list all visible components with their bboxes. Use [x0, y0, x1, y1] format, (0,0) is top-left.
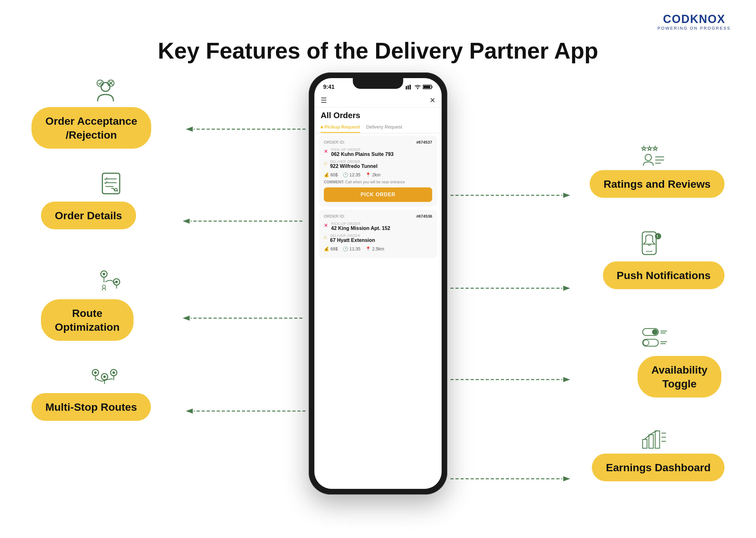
close-icon: ✕: [430, 96, 435, 105]
app-header: ☰ ✕: [314, 94, 442, 107]
ratings-icon: ☆☆☆: [639, 141, 668, 171]
arrow-order-acceptance: [186, 126, 305, 132]
deliver-icon-1: ⌂: [324, 160, 327, 166]
order-price-1: 💰 60$: [324, 172, 338, 177]
arrow-multi-stop: [186, 408, 305, 414]
deliver-icon-2: ⌂: [324, 234, 327, 240]
tab-dot: [321, 126, 323, 129]
order-card-1: ORDER ID: #674537 ✕ PICK-UP ORDER 062 Ku…: [319, 135, 437, 206]
phone-screen: 9:41 ☰ ✕ All Orders Pickup Request Deli: [314, 78, 442, 489]
page-title: Key Features of the Delivery Partner App: [0, 38, 756, 64]
deliver-location-1: ⌂ DELIVER ORDER 922 Wilfredo Tunnel: [324, 160, 432, 169]
deliver-addr-1: 922 Wilfredo Tunnel: [330, 163, 378, 169]
svg-rect-63: [423, 86, 430, 88]
badge-order-details: Order Details: [41, 202, 136, 229]
badge-push-notifications: Push Notifications: [603, 261, 725, 289]
pickup-label-1: PICK-UP ORDER: [331, 148, 394, 151]
svg-rect-36: [643, 439, 647, 448]
svg-point-20: [645, 154, 651, 161]
tab-delivery[interactable]: Delivery Request: [366, 122, 402, 133]
svg-rect-59: [407, 85, 409, 89]
status-icons: [406, 84, 433, 89]
order-dist-2: 📍 2.5km: [365, 246, 384, 251]
order-id-label-2: ORDER ID:: [324, 214, 345, 219]
svg-point-12: [102, 285, 106, 288]
svg-point-0: [101, 82, 110, 91]
svg-marker-55: [563, 377, 570, 382]
pickup-label-2: PICK-UP ORDER: [331, 222, 390, 226]
order-acceptance-icon: [91, 78, 120, 108]
svg-text:!: !: [657, 234, 658, 239]
svg-text:☆☆☆: ☆☆☆: [641, 145, 658, 152]
phone-frame: 9:41 ☰ ✕ All Orders Pickup Request Deli: [309, 73, 447, 495]
svg-point-9: [103, 273, 105, 275]
logo: CODKNOX POWERING ON PROGRESS: [657, 13, 731, 30]
svg-rect-58: [406, 86, 407, 89]
status-time: 9:41: [323, 84, 335, 90]
arrow-ratings: [451, 192, 570, 198]
svg-point-14: [94, 371, 97, 374]
comment-text-1: Call when you will be near entrance: [345, 180, 405, 184]
logo-subtitle: POWERING ON PROGRESS: [657, 26, 731, 30]
pickup-icon-1: ✕: [324, 148, 328, 154]
pickup-location-1: ✕ PICK-UP ORDER 062 Kuhn Plains Suite 79…: [324, 148, 432, 157]
svg-rect-60: [409, 85, 411, 89]
badge-earnings-dashboard: Earnings Dashboard: [592, 454, 725, 481]
order-time-1: 🕐 12:35: [343, 172, 360, 177]
order-meta-2: 💰 68$ 🕐 11:35 📍 2.5km: [324, 246, 432, 251]
logo-text: CODKNOX: [663, 13, 726, 26]
svg-point-31: [643, 340, 649, 346]
arrow-push: [451, 285, 570, 292]
order-time-2: 🕐 11:35: [343, 246, 360, 251]
arrow-availability: [451, 376, 570, 383]
svg-rect-37: [649, 435, 653, 448]
svg-point-18: [112, 371, 115, 374]
phone-notch: [353, 78, 403, 89]
svg-marker-43: [186, 127, 193, 132]
deliver-addr-2: 67 Hyatt Extension: [330, 238, 375, 243]
order-id-label-1: ORDER ID:: [324, 140, 345, 144]
svg-marker-53: [563, 286, 570, 291]
route-optimization-icon: [96, 265, 125, 294]
badge-ratings-reviews: Ratings and Reviews: [590, 170, 725, 198]
multi-stop-icon: [90, 362, 120, 391]
pickup-icon-2: ✕: [324, 222, 328, 228]
order-id-row-2: ORDER ID: #674536: [324, 214, 432, 219]
badge-order-acceptance: Order Acceptance/Rejection: [31, 107, 151, 149]
badge-availability-toggle: AvailabilityToggle: [637, 356, 721, 398]
badge-multi-stop-routes: Multi-Stop Routes: [31, 393, 151, 421]
pick-order-btn-1[interactable]: PICK ORDER: [324, 188, 432, 202]
order-id-num-1: #674537: [416, 140, 432, 144]
svg-rect-38: [655, 431, 660, 448]
svg-marker-57: [563, 476, 570, 481]
arrow-order-details: [183, 218, 302, 224]
deliver-location-2: ⌂ DELIVER ORDER 67 Hyatt Extension: [324, 234, 432, 243]
svg-point-29: [652, 329, 658, 335]
hamburger-icon: ☰: [321, 96, 327, 105]
svg-marker-51: [563, 193, 570, 198]
order-card-2: ORDER ID: #674536 ✕ PICK-UP ORDER 42 Kin…: [319, 209, 437, 258]
tab-bar: Pickup Request Delivery Request: [314, 122, 442, 134]
app-title: All Orders: [314, 107, 442, 122]
svg-marker-47: [183, 316, 189, 321]
order-id-row-1: ORDER ID: #674537: [324, 140, 432, 144]
order-id-num-2: #674536: [416, 214, 432, 219]
pickup-addr-2: 42 King Mission Apt. 152: [331, 226, 390, 231]
pickup-addr-1: 062 Kuhn Plains Suite 793: [331, 151, 394, 157]
order-comment-1: COMMENT: Call when you will be near entr…: [324, 180, 432, 184]
arrow-route-opt: [183, 315, 302, 321]
badge-route-optimization: RouteOptimization: [41, 299, 134, 341]
order-price-2: 💰 68$: [324, 246, 338, 251]
svg-point-16: [103, 375, 106, 378]
svg-point-61: [417, 88, 418, 89]
push-notifications-icon: !: [638, 229, 666, 258]
order-dist-1: 📍 2km: [365, 172, 380, 177]
availability-toggle-icon: [641, 326, 670, 352]
tab-pickup[interactable]: Pickup Request: [321, 122, 360, 133]
order-details-icon: [98, 170, 125, 198]
order-meta-1: 💰 60$ 🕐 12:35 📍 2km: [324, 172, 432, 177]
deliver-label-1: DELIVER ORDER: [330, 160, 378, 163]
svg-marker-49: [186, 408, 193, 413]
phone-mockup: 9:41 ☰ ✕ All Orders Pickup Request Deli: [309, 73, 447, 495]
pickup-location-2: ✕ PICK-UP ORDER 42 King Mission Apt. 152: [324, 222, 432, 231]
